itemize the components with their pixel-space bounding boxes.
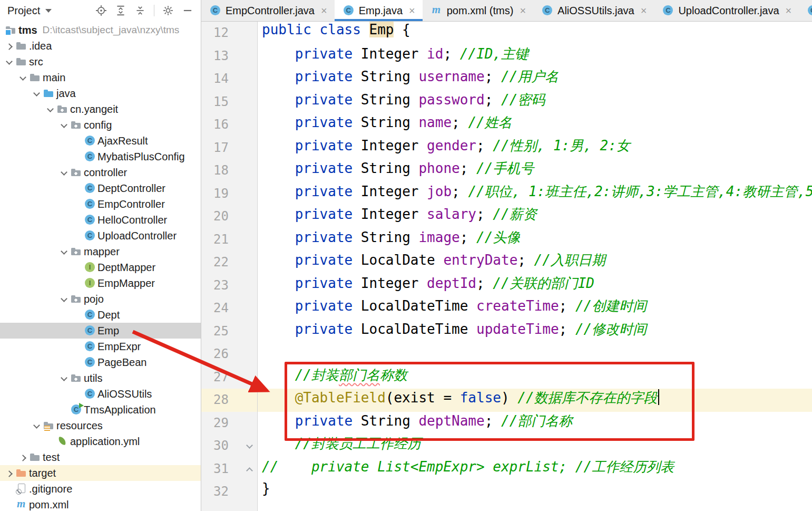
- tree-item-target[interactable]: target: [0, 465, 201, 481]
- code-line-32[interactable]: }: [262, 480, 270, 504]
- tree-item-deptcontroller[interactable]: DeptController: [0, 180, 201, 196]
- tree-item-label: resources: [56, 420, 103, 432]
- chevron-expanded-icon[interactable]: [4, 56, 15, 67]
- code-line-12[interactable]: public class Emp {: [262, 22, 410, 45]
- line-number: 16: [201, 113, 229, 137]
- code-line-15[interactable]: private String password; //密码: [262, 91, 545, 114]
- folder-icon: [30, 451, 41, 463]
- chevron-expanded-icon[interactable]: [59, 120, 70, 130]
- tree-item-main[interactable]: main: [0, 70, 201, 85]
- line-number: 30: [201, 435, 229, 458]
- tree-item-pom-xml[interactable]: pom.xml: [0, 497, 201, 511]
- tree-item-hellocontroller[interactable]: HelloController: [0, 212, 201, 228]
- chevron-expanded-icon[interactable]: [59, 246, 70, 257]
- tree-item-mybatisplusconfig[interactable]: MybatisPlusConfig: [0, 149, 201, 165]
- tree-item-mapper[interactable]: mapper: [0, 244, 201, 259]
- locate-icon[interactable]: [95, 5, 107, 16]
- collapse-all-icon[interactable]: [134, 5, 146, 16]
- chevron-collapsed-icon[interactable]: [4, 41, 15, 51]
- tree-item-idea[interactable]: .idea: [0, 38, 201, 54]
- chevron-collapsed-icon[interactable]: [18, 452, 28, 462]
- chevron-collapsed-icon[interactable]: [4, 468, 15, 478]
- package-icon: [57, 103, 69, 115]
- project-panel-toolbar: [95, 5, 201, 16]
- tree-item-application-yml[interactable]: application.yml: [0, 433, 201, 449]
- chevron-expanded-icon[interactable]: [32, 420, 42, 431]
- code-line-14[interactable]: private String username; //用户名: [262, 68, 559, 91]
- line-number: 18: [201, 159, 229, 182]
- tree-item-label: src: [29, 56, 43, 68]
- tree-item-dept[interactable]: Dept: [0, 307, 201, 323]
- fold-marker-icon[interactable]: [246, 465, 253, 473]
- hide-icon[interactable]: [182, 5, 193, 16]
- close-icon[interactable]: ×: [641, 5, 647, 17]
- chevron-expanded-icon[interactable]: [59, 373, 70, 383]
- chevron-expanded-icon[interactable]: [59, 294, 70, 304]
- tree-item-controller[interactable]: controller: [0, 165, 201, 180]
- expand-all-icon[interactable]: [115, 5, 126, 16]
- settings-icon[interactable]: [162, 5, 174, 16]
- chevron-expanded-icon[interactable]: [45, 104, 56, 114]
- package-icon: [71, 167, 82, 178]
- code-line-19[interactable]: private Integer job; //职位, 1:班主任,2:讲师,3:…: [262, 182, 812, 206]
- tab-partial[interactable]: [799, 0, 812, 21]
- tree-item-uploadcontroller[interactable]: UploadController: [0, 228, 201, 244]
- tree-item-label: Emp: [97, 325, 119, 337]
- java-class-icon: [343, 5, 355, 16]
- code-line-31[interactable]: // private List<EmpExpr> exprList; //工作经…: [262, 458, 674, 481]
- code-line-20[interactable]: private Integer salary; //薪资: [262, 205, 537, 228]
- chevron-expanded-icon[interactable]: [18, 72, 28, 83]
- tab-pom-xml-tms[interactable]: pom.xml (tms)×: [423, 0, 533, 21]
- java-class-icon: [84, 388, 96, 400]
- tree-item-test[interactable]: test: [0, 449, 201, 465]
- code-line-24[interactable]: private LocalDateTime createTime; //创建时间: [262, 297, 647, 320]
- chevron-expanded-icon[interactable]: [59, 167, 70, 178]
- tab-uploadcontroller-java[interactable]: UploadController.java×: [654, 0, 799, 21]
- tab-empcontroller-java[interactable]: EmpController.java×: [201, 0, 335, 21]
- close-icon[interactable]: ×: [786, 5, 792, 17]
- code-line-23[interactable]: private Integer deptId; //关联的部门ID: [262, 274, 594, 297]
- tree-item-pojo[interactable]: pojo: [0, 291, 201, 307]
- tab-emp-java[interactable]: Emp.java×: [335, 0, 423, 21]
- tree-item-ajaxresult[interactable]: AjaxResult: [0, 133, 201, 149]
- tree-item-java[interactable]: java: [0, 85, 201, 101]
- tree-item-deptmapper[interactable]: DeptMapper: [0, 259, 201, 275]
- code-line-13[interactable]: private Integer id; //ID,主键: [262, 45, 529, 68]
- tree-item-gitignore[interactable]: .gitignore: [0, 481, 201, 497]
- code-line-25[interactable]: private LocalDateTime updateTime; //修改时间: [262, 320, 647, 343]
- tree-item-config[interactable]: config: [0, 117, 201, 133]
- code-line-21[interactable]: private String image; //头像: [262, 228, 520, 252]
- line-number: 23: [201, 274, 229, 297]
- close-icon[interactable]: ×: [520, 5, 526, 17]
- tree-item-emp[interactable]: Emp: [0, 323, 201, 339]
- project-path: D:\itcast\subject_java\nzxy\tms: [43, 24, 180, 36]
- tree-item-pagebean[interactable]: PageBean: [0, 354, 201, 370]
- chevron-down-icon[interactable]: [45, 9, 52, 13]
- tree-item-utils[interactable]: utils: [0, 370, 201, 386]
- java-class-icon: [84, 356, 96, 368]
- tree-item-empexpr[interactable]: EmpExpr: [0, 339, 201, 354]
- code-line-17[interactable]: private Integer gender; //性别, 1:男, 2:女: [262, 137, 630, 160]
- close-icon[interactable]: ×: [321, 5, 327, 17]
- fold-marker-icon[interactable]: [246, 442, 253, 449]
- tree-item-label: main: [43, 72, 65, 84]
- code-line-18[interactable]: private String phone; //手机号: [262, 159, 534, 182]
- tree-item-tms[interactable]: tmsD:\itcast\subject_java\nzxy\tms: [0, 22, 201, 38]
- tree-item-empcontroller[interactable]: EmpController: [0, 196, 201, 212]
- tree-item-tmsapplication[interactable]: TmsApplication: [0, 402, 201, 418]
- project-panel-title[interactable]: Project: [7, 5, 40, 17]
- tree-item-resources[interactable]: resources: [0, 418, 201, 433]
- project-tree: tmsD:\itcast\subject_java\nzxy\tms.ideas…: [0, 22, 201, 511]
- tab-aliossutils-java[interactable]: AliOSSUtils.java×: [533, 0, 654, 21]
- code-line-16[interactable]: private String name; //姓名: [262, 113, 512, 137]
- tree-item-aliossutils[interactable]: AliOSSUtils: [0, 386, 201, 402]
- chevron-expanded-icon[interactable]: [32, 88, 42, 99]
- line-number: 20: [201, 205, 229, 228]
- tree-item-src[interactable]: src: [0, 54, 201, 70]
- project-panel-header: Project: [0, 0, 201, 21]
- tree-item-empmapper[interactable]: EmpMapper: [0, 275, 201, 291]
- close-icon[interactable]: ×: [409, 5, 415, 17]
- code-line-22[interactable]: private LocalDate entryDate; //入职日期: [262, 251, 605, 274]
- java-class-icon: [210, 5, 221, 16]
- tree-item-cn-yangeit[interactable]: cn.yangeit: [0, 101, 201, 117]
